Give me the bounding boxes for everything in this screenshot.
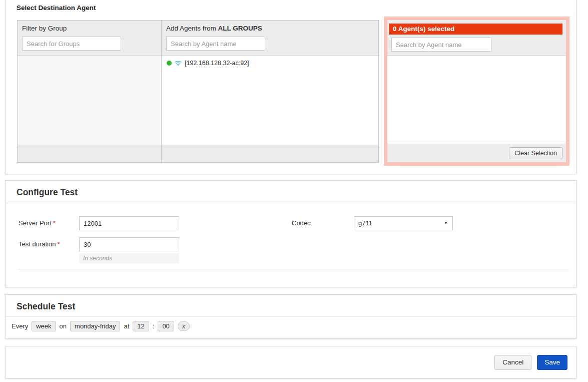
agents-header-group-name: ALL GROUPS [218, 25, 262, 32]
clear-selection-button[interactable]: Clear Selection [509, 147, 562, 159]
server-port-label: Server Port* [19, 216, 56, 230]
divider [6, 203, 576, 203]
schedule-rule-row: Every week on monday-friday at 12 : 00 x [12, 321, 190, 331]
wifi-icon [175, 60, 182, 66]
group-column-footer [18, 145, 161, 162]
codec-select[interactable]: g711 ▼ [354, 216, 453, 230]
agent-list-item[interactable]: [192.168.128.32-ac:92] [167, 60, 373, 67]
interval-token[interactable]: week [32, 321, 56, 331]
select-destination-agent-card: Select Destination Agent Filter by Group… [5, 0, 576, 174]
agent-picker-table: Filter by Group Add Agents from ALL GROU… [17, 20, 379, 163]
schedule-test-card: Schedule Test Every week on monday-frida… [5, 294, 576, 339]
available-agents-column-title: Add Agents from ALL GROUPS [166, 25, 374, 32]
time-separator: : [153, 322, 155, 330]
codec-selected-value: g711 [358, 219, 372, 227]
group-filter-header: Filter by Group [18, 21, 161, 56]
required-asterisk: * [57, 240, 60, 248]
days-token[interactable]: monday-friday [70, 321, 120, 331]
remove-schedule-button[interactable]: x [178, 321, 190, 331]
selected-count-banner: 0 Agent(s) selected [389, 24, 562, 35]
available-agents-header: Add Agents from ALL GROUPS [162, 21, 378, 56]
test-duration-hint: In seconds [79, 253, 179, 263]
server-port-input[interactable] [79, 216, 179, 230]
agent-list: [192.168.128.32-ac:92] [162, 56, 378, 145]
test-duration-label: Test duration* [19, 237, 60, 251]
dropdown-arrow-icon: ▼ [444, 217, 448, 230]
available-agents-column: Add Agents from ALL GROUPS [192.168.128 [162, 21, 378, 162]
form-actions-card: Cancel Save [5, 346, 576, 378]
divider [18, 269, 569, 269]
group-search-input[interactable] [22, 37, 121, 51]
selected-agent-search-input[interactable] [391, 38, 491, 52]
save-button[interactable]: Save [537, 355, 567, 370]
configure-test-title: Configure Test [17, 187, 78, 198]
select-destination-agent-title: Select Destination Agent [17, 4, 96, 12]
selected-agents-panel-header: 0 Agent(s) selected [387, 20, 566, 55]
codec-label: Codec [292, 216, 311, 230]
group-filter-column: Filter by Group [18, 21, 162, 162]
agent-search-input[interactable] [166, 37, 265, 51]
test-duration-input[interactable] [79, 237, 179, 251]
minute-token[interactable]: 00 [158, 321, 174, 331]
group-filter-column-title: Filter by Group [22, 25, 157, 32]
hour-token[interactable]: 12 [133, 321, 149, 331]
agents-column-footer [162, 145, 378, 162]
selected-agents-list-empty [387, 55, 566, 144]
configure-test-card: Configure Test Server Port* Codec g711 ▼… [5, 180, 576, 287]
group-list-empty [18, 56, 161, 145]
required-asterisk: * [53, 219, 56, 227]
test-duration-label-text: Test duration [19, 240, 56, 248]
agents-header-prefix: Add Agents from [166, 25, 218, 32]
selected-agents-panel: 0 Agent(s) selected Clear Selection [384, 17, 569, 166]
every-label: Every [12, 322, 28, 330]
schedule-test-title: Schedule Test [17, 301, 75, 312]
at-label: at [124, 322, 129, 330]
cancel-button[interactable]: Cancel [494, 355, 531, 370]
agent-name-label: [192.168.128.32-ac:92] [185, 60, 249, 67]
selected-agents-panel-footer: Clear Selection [387, 144, 566, 162]
on-label: on [60, 322, 67, 330]
divider [6, 316, 576, 317]
server-port-label-text: Server Port [19, 219, 52, 227]
online-status-dot-icon [167, 61, 172, 66]
